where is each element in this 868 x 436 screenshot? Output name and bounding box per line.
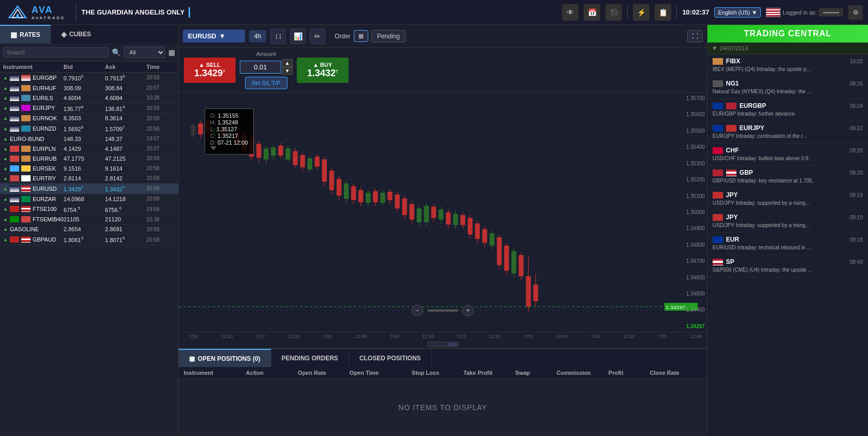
calendar-icon[interactable]: 📅 <box>584 4 600 21</box>
username-label: •••••••• <box>819 8 843 17</box>
sell-button[interactable]: ▲SELL 1.34297 <box>184 58 236 83</box>
chart-tooltip: O: 1.35155 H: 1.35248 L: 1.35127 C: 1.35… <box>205 108 254 154</box>
social-icon[interactable]: 👁 <box>562 4 578 21</box>
search-bar: 🔍 All ▦ <box>0 44 178 62</box>
tc-item[interactable]: JPY 09:19 USD/JPY Intraday: supported by… <box>707 210 868 233</box>
tc-item[interactable]: EURGBP 09:24 EUR/GBP Intraday: further a… <box>707 99 868 121</box>
logo-area: AVA AVATRADE THE GUARDIAN ANGELIS ONLY <box>5 3 190 22</box>
svg-marker-2 <box>16 12 20 18</box>
list-item[interactable]: ▲ EURSEK 9.15169.161420:58 <box>0 164 178 174</box>
price-scale: 1.35700 1.35600 1.35500 1.35400 1.35300 … <box>671 93 707 332</box>
panel-tabs: ▦ RATES ◈ CUBES <box>0 25 178 44</box>
list-item[interactable]: ▲ EURNZD 1.569291.5709720:58 <box>0 123 178 134</box>
list-item[interactable]: ▲ FTSEMIB40 211052112015:38 <box>0 215 178 224</box>
tc-flag-jp2 <box>713 192 723 199</box>
tc-flag-ch <box>713 147 723 154</box>
tc-item[interactable]: SP 08:43 S&P500 (CME) (U4) Intraday: the… <box>707 255 868 277</box>
zoom-in-button[interactable]: + <box>462 305 474 316</box>
search-input[interactable] <box>3 47 109 58</box>
buy-button[interactable]: ▲BUY 1.34327 <box>297 58 349 83</box>
list-item[interactable]: ▲ EURZAR 14.096814.121820:58 <box>0 194 178 204</box>
bottom-section: ▦ OPEN POSITIONS (0) PENDING ORDERS CLOS… <box>179 348 707 436</box>
list-item[interactable]: ▲ EURILS 4.60044.608410:28 <box>0 93 178 103</box>
timeframe-button[interactable]: 4h <box>249 30 266 43</box>
no-items-message: NO ITEMS TO DISPLAY <box>398 403 487 412</box>
filter-select[interactable]: All <box>124 47 165 58</box>
tc-item[interactable]: EUR 09:18 EUR/USD Intraday: technical re… <box>707 233 868 255</box>
flag-icon <box>766 8 780 17</box>
bottom-tabs: ▦ OPEN POSITIONS (0) PENDING ORDERS CLOS… <box>179 348 707 367</box>
tc-flag-eu <box>713 103 723 109</box>
list-item[interactable]: ▲ EURRUB 47.177547.212520:58 <box>0 154 178 164</box>
order-section: Order ▦ Pending <box>335 30 406 43</box>
tc-item[interactable]: NG1 09:26 Natural Gas (NYMEX) (Q4) Intra… <box>707 77 868 99</box>
symbol-selector[interactable]: EURUSD ▼ <box>183 30 245 43</box>
list-item[interactable]: ▲ EURNOK 8.35038.361420:58 <box>0 114 178 123</box>
amount-down-button[interactable]: ▼ <box>282 67 293 75</box>
chart-icon[interactable]: ⚫ <box>605 4 622 21</box>
tc-flag-us2 <box>713 259 723 265</box>
tc-item[interactable]: FIBX 10:02 IBEX (MEFF) (Q4) Intraday: th… <box>707 54 868 77</box>
cubes-icon: ◈ <box>61 30 67 38</box>
pending-button[interactable]: Pending <box>371 30 406 43</box>
instrument-list: ▲ EURGBP 0.791050.7913520:58 ▲ EURHUF 30… <box>0 73 178 436</box>
tc-flag-jp3 <box>713 214 723 221</box>
bottom-table-body: NO ITEMS TO DISPLAY <box>179 379 707 436</box>
center-section: EURUSD ▼ 4h ⫶⫶ 📊 ✏ Order ▦ Pending ⛶ ▲SE… <box>179 25 707 436</box>
buysell-section: ▲SELL 1.34297 Amount ▲ ▼ Set S/L T/P ▲BU… <box>179 48 707 93</box>
list-item[interactable]: ▲ EURHUF 308.09308.8420:57 <box>0 83 178 93</box>
tc-item[interactable]: JPY 09:19 USD/JPY Intraday: supported by… <box>707 188 868 210</box>
draw-tool-button[interactable]: ✏ <box>310 29 325 44</box>
list-item[interactable]: ▲ GASOLINE 2.86542.869120:58 <box>0 224 178 234</box>
settings-icon[interactable]: ⚙ <box>848 5 863 20</box>
tc-flag-eu2 <box>713 236 723 243</box>
list-item[interactable]: ▲ EURGBP 0.791050.7913520:58 <box>0 73 178 83</box>
fullscreen-button[interactable]: ⛶ <box>687 30 703 43</box>
list-item[interactable]: ▲ EURJPY 136.779136.81920:58 <box>0 103 178 114</box>
list-item[interactable]: ▲ EURTRY 2.81142.814220:58 <box>0 174 178 184</box>
tc-item[interactable]: CHF 09:20 USD/CHF Intraday: bullish bias… <box>707 144 868 166</box>
tab-open-positions[interactable]: ▦ OPEN POSITIONS (0) <box>179 349 271 367</box>
tc-item[interactable]: EURJPY 09:22 EUR/JPY Intraday: continuat… <box>707 121 868 144</box>
chart-zoom-controls: − + <box>412 305 474 316</box>
left-panel: ▦ RATES ◈ CUBES 🔍 All ▦ Instrument Bid A… <box>0 25 179 436</box>
grid-view-button[interactable]: ▦ <box>168 48 175 57</box>
tab-pending-orders[interactable]: PENDING ORDERS <box>271 349 349 367</box>
chart-scroll-bar[interactable] <box>427 342 458 347</box>
tab-icon: ▦ <box>189 355 195 362</box>
tc-flag-eu <box>713 125 723 132</box>
tab-closed-positions[interactable]: CLOSED POSITIONS <box>349 349 432 367</box>
zoom-out-button[interactable]: − <box>412 305 423 316</box>
lightning-icon[interactable]: ⚡ <box>633 4 649 21</box>
rates-icon: ▦ <box>10 31 17 39</box>
header-right: 👁 📅 ⚫ ⚡ 📋 10:02:37 English (US) ▼ Logged… <box>562 4 863 21</box>
right-panel: TRADING CENTRAL ▼ 24/07/2014 FIBX 10:02 … <box>707 25 868 436</box>
list-item[interactable]: ▲ FTSE100 6754.56756.019:58 <box>0 204 178 215</box>
tc-flag-gb <box>726 103 736 109</box>
candlestick-chart: 1.34297 <box>179 93 707 332</box>
tab-cubes[interactable]: ◈ CUBES <box>51 25 102 44</box>
order-type-button[interactable]: ▦ <box>354 30 368 42</box>
logged-in-label: Logged in as: <box>783 9 817 16</box>
list-item[interactable]: ▲ EURO-BUND 148.33148.3719:57 <box>0 134 178 144</box>
list-item[interactable]: ▲ GBPAUD 1.806151.8071520:58 <box>0 234 178 245</box>
tab-rates[interactable]: ▦ RATES <box>0 25 51 44</box>
bottom-table-header: Instrument Action Open Rate Open Time St… <box>179 367 707 379</box>
amount-input[interactable] <box>240 61 281 74</box>
chart-area[interactable]: O: 1.35155 H: 1.35248 L: 1.35127 C: 1.35… <box>179 93 707 332</box>
list-item-eurusd[interactable]: ▲ EURUSD 1.342971.3432720:58 <box>0 184 178 194</box>
tc-arrow-icon: ▼ <box>712 45 718 52</box>
instrument-table-header: Instrument Bid Ask Time <box>0 62 178 73</box>
bar-chart-button[interactable]: 📊 <box>290 29 306 44</box>
copy-icon[interactable]: 📋 <box>655 4 671 21</box>
zoom-handle[interactable] <box>427 310 458 312</box>
amount-up-button[interactable]: ▲ <box>282 59 293 67</box>
tc-item[interactable]: GBP 09:20 GBP/USD Intraday: key resistan… <box>707 166 868 188</box>
tc-flag-gb2 <box>713 170 723 176</box>
sl-tp-button[interactable]: Set S/L T/P <box>245 77 287 89</box>
language-selector[interactable]: English (US) ▼ <box>714 7 761 18</box>
list-item[interactable]: ▲ EURPLN 4.14294.148720:57 <box>0 144 178 154</box>
search-button[interactable]: 🔍 <box>112 48 121 57</box>
chart-time-axis: 7/16 12:00 7/17 12:00 7/18 12:00 7/19 12… <box>179 332 707 341</box>
chart-tools-button[interactable]: ⫶⫶ <box>270 29 286 44</box>
